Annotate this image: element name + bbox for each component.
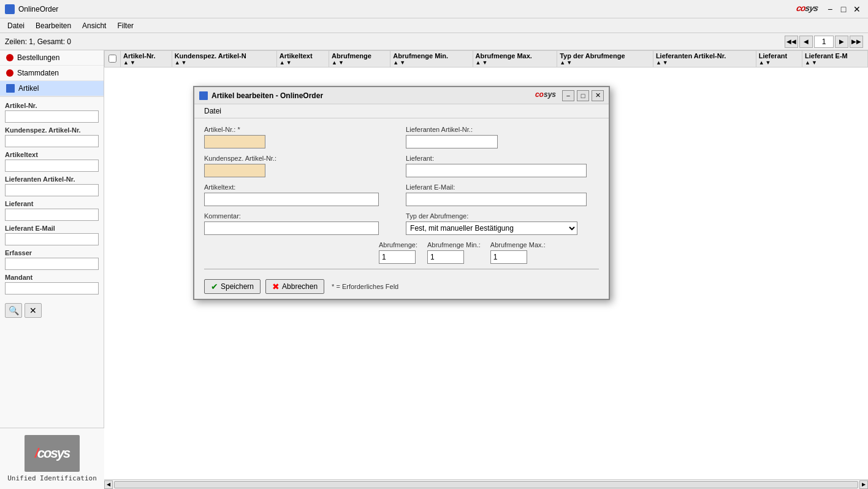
abruf-group-min: Abrufmenge Min.:	[427, 241, 481, 264]
abruf-group-menge: Abrufmenge:	[379, 241, 417, 264]
modal-cosys-logo: cosys	[535, 90, 556, 101]
form-group-artikel-nr: Artikel-Nr.: *	[204, 126, 394, 148]
abruf-label: Abrufmenge:	[379, 241, 417, 248]
cancel-button[interactable]: ✖ Abbrechen	[265, 279, 324, 294]
abruf-max-input[interactable]	[490, 250, 527, 264]
form-group-lieferant: Lieferant:	[406, 155, 595, 177]
form-group-lieferant-email: Lieferant E-Mail:	[406, 183, 595, 206]
cancel-x-icon: ✖	[272, 282, 280, 291]
modal-app-icon	[199, 91, 208, 100]
modal-title-left: Artikel bearbeiten - OnlineOrder	[199, 91, 323, 100]
modal-title-bar: Artikel bearbeiten - OnlineOrder cosys −…	[194, 87, 609, 104]
typ-select[interactable]: Fest, mit manueller Bestätigung Variabel…	[406, 221, 577, 235]
form-group-kommentar: Kommentar:	[204, 212, 394, 235]
typ-label: Typ der Abrufmenge:	[406, 212, 595, 220]
abruf-group-max: Abrufmenge Max.:	[490, 241, 546, 264]
modal-title: Artikel bearbeiten - OnlineOrder	[211, 91, 323, 100]
modal-minimize-button[interactable]: −	[562, 90, 574, 101]
form-footer: ✔ Speichern ✖ Abbrechen * = Erforderlich…	[204, 274, 599, 294]
kunden-label: Kundenspez. Artikel-Nr.:	[204, 155, 394, 162]
artikeltext-input[interactable]	[204, 193, 379, 206]
save-label: Speichern	[221, 282, 254, 291]
abruf-input[interactable]	[379, 250, 416, 264]
form-group-typ: Typ der Abrufmenge: Fest, mit manueller …	[406, 212, 595, 235]
lieferant-input[interactable]	[406, 164, 587, 177]
lieferant-email-label: Lieferant E-Mail:	[406, 183, 595, 191]
lieferant-email-input[interactable]	[406, 193, 587, 206]
lieferant-label: Lieferant:	[406, 155, 595, 162]
artikel-nr-label: Artikel-Nr.: *	[204, 126, 394, 133]
modal-close-button[interactable]: ✕	[592, 90, 604, 101]
abruf-max-label: Abrufmenge Max.:	[490, 241, 546, 248]
save-check-icon: ✔	[211, 282, 218, 291]
form-divider	[204, 269, 599, 269]
abruf-min-input[interactable]	[427, 250, 464, 264]
modal-artikel-bearbeiten: Artikel bearbeiten - OnlineOrder cosys −…	[193, 86, 610, 300]
kommentar-input[interactable]	[204, 221, 379, 235]
lieferanten-nr-input[interactable]	[406, 135, 498, 148]
required-note: * = Erforderliches Feld	[332, 283, 398, 290]
artikel-nr-input[interactable]	[204, 135, 265, 148]
form-row-4: Kommentar: Typ der Abrufmenge: Fest, mit…	[204, 212, 599, 235]
save-button[interactable]: ✔ Speichern	[204, 279, 261, 294]
form-row-3: Artikeltext: Lieferant E-Mail:	[204, 183, 599, 206]
cancel-label: Abbrechen	[282, 282, 318, 291]
form-group-artikeltext: Artikeltext:	[204, 183, 394, 206]
modal-menu-datei[interactable]: Datei	[199, 106, 226, 117]
artikeltext-label: Artikeltext:	[204, 183, 394, 191]
abruf-min-label: Abrufmenge Min.:	[427, 241, 481, 248]
modal-menu-bar: Datei	[194, 104, 609, 118]
modal-body: Artikel-Nr.: * Lieferanten Artikel-Nr.: …	[194, 118, 609, 299]
form-group-lieferanten-nr: Lieferanten Artikel-Nr.:	[406, 126, 595, 148]
abruf-row: Abrufmenge: Abrufmenge Min.: Abrufmenge …	[379, 241, 599, 264]
modal-overlay: Artikel bearbeiten - OnlineOrder cosys −…	[0, 0, 868, 489]
form-group-kunden: Kundenspez. Artikel-Nr.:	[204, 155, 394, 177]
kunden-spez-input[interactable]	[204, 164, 265, 177]
lieferanten-nr-label: Lieferanten Artikel-Nr.:	[406, 126, 595, 133]
modal-maximize-button[interactable]: □	[577, 90, 589, 101]
form-row-2: Kundenspez. Artikel-Nr.: Lieferant:	[204, 155, 599, 177]
modal-title-controls: cosys − □ ✕	[535, 90, 604, 101]
kommentar-label: Kommentar:	[204, 212, 394, 220]
form-row-1: Artikel-Nr.: * Lieferanten Artikel-Nr.:	[204, 126, 599, 148]
